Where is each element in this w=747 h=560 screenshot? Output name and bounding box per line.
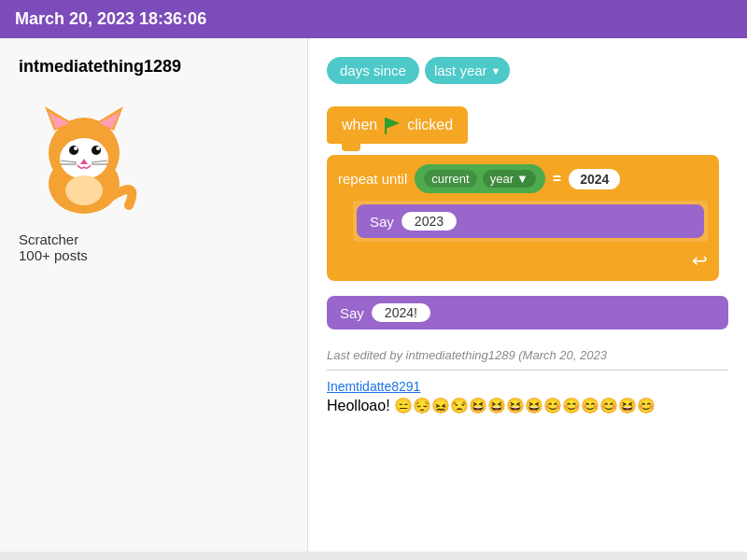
dropdown-arrow-icon: ▼: [491, 65, 501, 77]
clicked-label: clicked: [407, 117, 453, 133]
avatar: [19, 86, 149, 217]
svg-point-10: [92, 146, 101, 155]
emojis: 😑😔😖😒😆😆😆😆😊😊😊😊😆😊: [394, 398, 655, 413]
last-edited-text: Last edited by intmediatething1289 (Marc…: [327, 348, 607, 362]
svg-point-9: [69, 146, 78, 155]
page-header: March 20, 2023 18:36:06: [0, 0, 747, 38]
days-since-label[interactable]: days since: [327, 57, 419, 84]
user-posts: 100+ posts: [19, 247, 88, 263]
say-block-1[interactable]: Say 2023: [357, 204, 704, 238]
repeat-until-label: repeat until: [338, 171, 407, 187]
username: intmediatething1289: [19, 57, 181, 77]
last-year-label: last year: [434, 63, 487, 78]
repeat-footer: ↩: [338, 249, 708, 272]
say-value-2023: 2023: [402, 212, 457, 231]
year-value-2024: 2024: [569, 169, 620, 189]
divider: [327, 370, 728, 371]
loop-arrow-icon: ↩: [692, 249, 708, 272]
sidebar: intmediatething1289: [0, 38, 308, 552]
say-label-2: Say: [340, 305, 364, 321]
reply-section: Inemtidatte8291 Heolloao! 😑😔😖😒😆😆😆😆😊😊😊😊😆😊: [327, 378, 728, 414]
say-block-2[interactable]: Say 2024!: [327, 296, 728, 329]
header-title: March 20, 2023 18:36:06: [15, 9, 206, 28]
repeat-block: repeat until current year ▼ = 2024 Say: [327, 155, 719, 281]
flag-icon: [383, 116, 402, 134]
user-role: Scratcher: [19, 231, 78, 247]
main-content: intmediatething1289: [0, 38, 747, 552]
svg-point-12: [96, 147, 100, 150]
last-year-dropdown[interactable]: last year ▼: [425, 57, 511, 84]
when-label: when: [342, 117, 377, 133]
repeat-inner: Say 2023: [353, 201, 708, 242]
reply-username[interactable]: Inemtidatte8291: [327, 379, 420, 394]
current-label: current: [424, 170, 476, 188]
svg-marker-19: [386, 118, 400, 129]
main-area: days since last year ▼ when clicked: [308, 38, 747, 552]
year-dropdown-arrow: ▼: [516, 172, 529, 186]
say-label-1: Say: [370, 214, 394, 230]
svg-point-11: [74, 147, 78, 150]
last-edited: Last edited by intmediatething1289 (Marc…: [327, 348, 728, 362]
equals-sign: =: [553, 171, 561, 188]
say-value-2024: 2024!: [372, 303, 430, 322]
svg-point-18: [65, 175, 103, 205]
year-label: year: [490, 172, 514, 186]
reply-text: Heolloao! 😑😔😖😒😆😆😆😆😊😊😊😊😆😊: [327, 397, 728, 414]
repeat-header: repeat until current year ▼ = 2024: [338, 164, 708, 193]
year-dropdown[interactable]: year ▼: [483, 170, 536, 188]
days-since-block: days since last year ▼: [327, 57, 728, 84]
scratch-blocks: days since last year ▼ when clicked: [327, 57, 728, 329]
when-clicked-block[interactable]: when clicked: [327, 106, 468, 144]
current-year-block[interactable]: current year ▼: [415, 164, 545, 193]
